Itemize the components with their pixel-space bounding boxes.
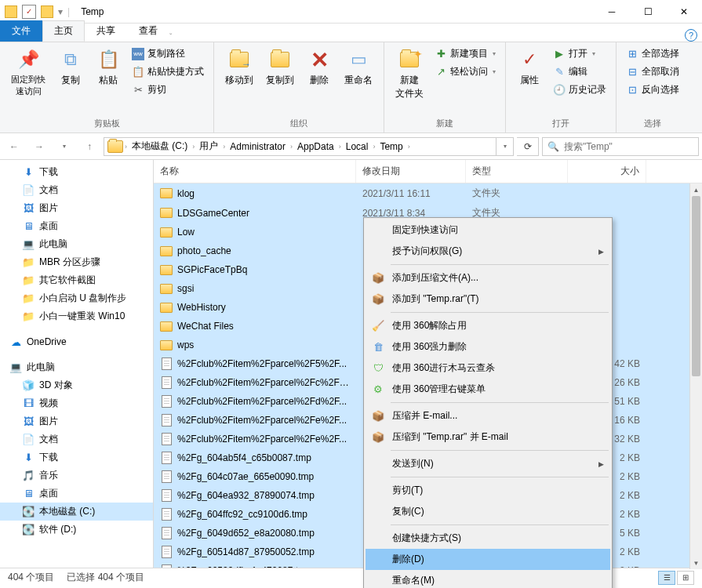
tree-item[interactable]: 💽本地磁盘 (C:) — [0, 503, 153, 521]
copyto-button[interactable]: 复制到 — [261, 45, 299, 89]
tree-item[interactable]: 📄文档 — [0, 181, 153, 199]
col-size[interactable]: 大小 — [568, 160, 646, 183]
cut-button[interactable]: ✂剪切 — [129, 82, 207, 98]
new-item-button[interactable]: ✚新建项目▾ — [431, 45, 499, 62]
open-button[interactable]: ▶打开▾ — [550, 45, 609, 62]
context-menu-item[interactable]: 发送到(N)▶ — [366, 453, 610, 474]
close-button[interactable]: ✕ — [666, 0, 702, 24]
context-menu-item[interactable]: 删除(D) — [366, 549, 610, 570]
qat-select-icon[interactable]: ✓ — [22, 5, 36, 19]
tree-item[interactable]: 🎞视频 — [0, 394, 153, 412]
tree-item[interactable]: 📁MBR 分区步骤 — [0, 253, 153, 271]
tree-item[interactable]: 🖥桌面 — [0, 485, 153, 503]
scroll-down-icon[interactable]: ▼ — [690, 557, 702, 569]
tab-file[interactable]: 文件 — [0, 20, 42, 42]
tree-item[interactable]: 📁其它软件截图 — [0, 271, 153, 289]
tree-item[interactable]: 📁小白一键重装 Win10 — [0, 307, 153, 325]
scroll-thumb[interactable] — [692, 196, 700, 376]
context-menu-item[interactable]: 复制(C) — [366, 501, 610, 522]
col-name[interactable]: 名称 — [154, 160, 356, 183]
breadcrumb-segment[interactable]: Local — [343, 140, 372, 154]
nav-up-button[interactable]: ↑ — [78, 136, 100, 157]
tree-item[interactable]: 📁小白启动 U 盘制作步 — [0, 289, 153, 307]
tab-home[interactable]: 主页 — [42, 20, 85, 42]
tree-item[interactable]: 🖼图片 — [0, 412, 153, 430]
context-menu-item[interactable]: 📦压缩并 E-mail... — [366, 405, 610, 426]
moveto-button[interactable]: →移动到 — [220, 45, 258, 89]
context-menu-item[interactable]: 📦添加到压缩文件(A)... — [366, 267, 610, 289]
chevron-right-icon[interactable]: › — [223, 143, 225, 151]
breadcrumb-dropdown[interactable]: ▾ — [496, 137, 514, 156]
context-menu-item[interactable]: ⚙使用 360管理右键菜单 — [366, 379, 610, 400]
breadcrumb[interactable]: › 本地磁盘 (C:)›用户›Administrator›AppData›Loc… — [104, 137, 496, 156]
tab-view[interactable]: 查看 — [127, 20, 169, 42]
copy-path-button[interactable]: ww复制路径 — [129, 45, 207, 62]
maximize-button[interactable]: ☐ — [630, 0, 666, 24]
chevron-right-icon[interactable]: › — [290, 143, 293, 151]
scrollbar-vertical[interactable]: ▲ ▼ — [689, 183, 702, 569]
breadcrumb-segment[interactable]: Administrator — [227, 140, 289, 154]
nav-back-button[interactable]: ← — [3, 136, 25, 157]
tree-item[interactable]: 💻此电脑 — [0, 358, 153, 376]
minimize-button[interactable]: ─ — [594, 0, 630, 24]
col-type[interactable]: 类型 — [466, 160, 568, 183]
context-menu-item[interactable]: 重命名(M) — [366, 570, 610, 588]
tab-share[interactable]: 共享 — [85, 20, 127, 42]
chevron-right-icon[interactable]: › — [373, 143, 375, 151]
pin-quick-access-button[interactable]: 📌 固定到快 速访问 — [6, 45, 50, 99]
context-menu-item[interactable]: 剪切(T) — [366, 480, 610, 501]
chevron-right-icon[interactable]: › — [192, 143, 195, 151]
nav-tree[interactable]: ⬇下载📄文档🖼图片🖥桌面💻此电脑📁MBR 分区步骤📁其它软件截图📁小白启动 U … — [0, 160, 154, 568]
context-menu-item[interactable]: 固定到快速访问 — [366, 220, 610, 241]
ribbon-collapse-icon[interactable]: ˇ — [169, 33, 172, 42]
help-icon[interactable]: ? — [685, 29, 697, 42]
qat-folder-icon[interactable] — [41, 5, 53, 18]
scroll-up-icon[interactable]: ▲ — [690, 183, 702, 196]
breadcrumb-segment[interactable]: 用户 — [196, 138, 221, 154]
context-menu-item[interactable]: 🧹使用 360解除占用 — [366, 315, 610, 336]
tree-item[interactable]: 💽软件 (D:) — [0, 521, 153, 539]
col-date[interactable]: 修改日期 — [356, 160, 466, 183]
nav-forward-button[interactable]: → — [28, 136, 50, 157]
paste-shortcut-button[interactable]: 📋粘贴快捷方式 — [129, 64, 207, 80]
tree-item[interactable]: 🖥桌面 — [0, 217, 153, 235]
qat-dropdown-icon[interactable]: ▾ — [58, 6, 63, 17]
select-all-button[interactable]: ⊞全部选择 — [623, 45, 682, 62]
context-menu-item[interactable]: 创建快捷方式(S) — [366, 528, 610, 549]
tree-item[interactable]: 💻此电脑 — [0, 235, 153, 253]
tree-item[interactable]: ⬇下载 — [0, 163, 153, 181]
copy-button[interactable]: ⧉ 复制 — [53, 45, 88, 89]
properties-button[interactable]: ✓属性 — [512, 45, 547, 89]
context-menu-item[interactable]: 授予访问权限(G)▶ — [366, 241, 610, 262]
tree-item[interactable]: 🖼图片 — [0, 199, 153, 217]
nav-history-dropdown[interactable]: ▾ — [53, 136, 75, 157]
refresh-button[interactable]: ⟳ — [517, 137, 539, 156]
delete-button[interactable]: ✕删除 — [302, 45, 336, 89]
view-icons-button[interactable]: ⊞ — [677, 571, 694, 585]
chevron-right-icon[interactable]: › — [408, 143, 410, 151]
tree-item[interactable]: 🧊3D 对象 — [0, 376, 153, 394]
select-none-button[interactable]: ⊟全部取消 — [623, 64, 682, 80]
tree-item[interactable]: 🎵音乐 — [0, 466, 153, 485]
context-menu-item[interactable]: 📦压缩到 "Temp.rar" 并 E-mail — [366, 426, 610, 448]
search-input[interactable] — [564, 141, 693, 152]
chevron-right-icon[interactable]: › — [125, 143, 127, 151]
search-box[interactable]: 🔍 — [542, 137, 699, 156]
context-menu-item[interactable]: 🗑使用 360强力删除 — [366, 336, 610, 358]
easy-access-button[interactable]: ↗轻松访问▾ — [431, 64, 499, 80]
context-menu-item[interactable]: 📦添加到 "Temp.rar"(T) — [366, 289, 610, 310]
chevron-right-icon[interactable]: › — [339, 143, 341, 151]
edit-button[interactable]: ✎编辑 — [550, 64, 609, 80]
breadcrumb-segment[interactable]: AppData — [294, 140, 337, 154]
history-button[interactable]: 🕘历史记录 — [550, 82, 609, 98]
tree-item[interactable]: 📄文档 — [0, 430, 153, 448]
context-menu-item[interactable]: 🛡使用 360进行木马云查杀 — [366, 358, 610, 379]
file-row[interactable]: klog2021/3/11 16:11文件夹 — [154, 183, 702, 203]
rename-button[interactable]: ▭重命名 — [340, 45, 377, 89]
invert-selection-button[interactable]: ⊡反向选择 — [623, 82, 682, 98]
breadcrumb-segment[interactable]: Temp — [376, 140, 406, 154]
view-details-button[interactable]: ☰ — [658, 571, 675, 585]
tree-item[interactable]: ⬇下载 — [0, 448, 153, 466]
paste-button[interactable]: 📋 粘贴 — [91, 45, 125, 89]
breadcrumb-segment[interactable]: 本地磁盘 (C:) — [129, 138, 191, 154]
